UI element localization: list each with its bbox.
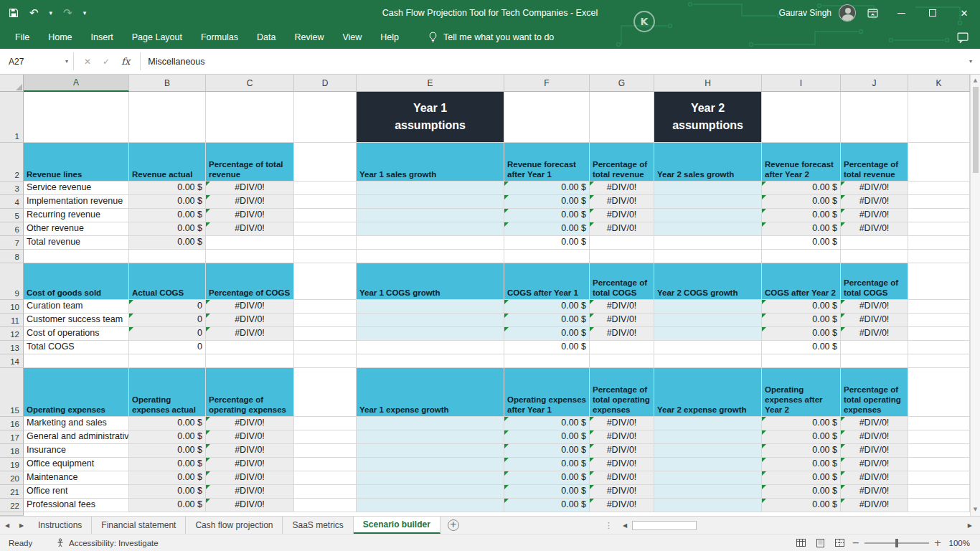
row-header-5[interactable]: 5 <box>0 209 24 222</box>
cell-E17[interactable] <box>357 430 504 444</box>
cell-E4[interactable] <box>357 195 504 209</box>
page-break-view-icon[interactable] <box>830 534 849 551</box>
cell-B13[interactable]: 0 <box>129 341 206 354</box>
zoom-slider[interactable] <box>864 542 929 544</box>
cell-F7[interactable]: 0.00 $ <box>504 236 590 250</box>
row-header-19[interactable]: 19 <box>0 458 24 471</box>
cell-G19[interactable]: #DIV/0! <box>590 458 654 471</box>
user-name[interactable]: Gaurav Singh <box>779 8 831 18</box>
cell-F8[interactable] <box>504 250 590 263</box>
cell-E5[interactable] <box>357 209 504 222</box>
cell-F6[interactable]: 0.00 $ <box>504 222 590 236</box>
cell-A18[interactable]: Insurance <box>24 444 129 458</box>
cell-A5[interactable]: Recurring revenue <box>24 209 129 222</box>
cell-C20[interactable]: #DIV/0! <box>206 471 294 485</box>
cell-C5[interactable]: #DIV/0! <box>206 209 294 222</box>
cell-D3[interactable] <box>294 182 357 195</box>
cell-I7[interactable]: 0.00 $ <box>762 236 841 250</box>
cell-D21[interactable] <box>294 485 357 499</box>
cell-A22[interactable]: Professional fees <box>24 499 129 512</box>
cell-C11[interactable]: #DIV/0! <box>206 314 294 327</box>
cell-K16[interactable] <box>908 417 970 430</box>
cell-D4[interactable] <box>294 195 357 209</box>
cell-H4[interactable] <box>654 195 762 209</box>
cell-J2[interactable]: Percentage of total revenue <box>841 143 908 182</box>
ribbon-tab-view[interactable]: View <box>333 27 371 48</box>
row-header-3[interactable]: 3 <box>0 182 24 195</box>
row-header-21[interactable]: 21 <box>0 485 24 499</box>
cell-B18[interactable]: 0.00 $ <box>129 444 206 458</box>
cell-C12[interactable]: #DIV/0! <box>206 327 294 341</box>
cell-D2[interactable] <box>294 143 357 182</box>
sheet-nav-left-icon[interactable]: ◀ <box>0 517 14 534</box>
cell-F5[interactable]: 0.00 $ <box>504 209 590 222</box>
column-header-G[interactable]: G <box>590 75 654 92</box>
user-avatar[interactable] <box>839 4 856 22</box>
cell-C19[interactable]: #DIV/0! <box>206 458 294 471</box>
ribbon-tab-help[interactable]: Help <box>371 27 408 48</box>
cell-K22[interactable] <box>908 499 970 512</box>
cell-A13[interactable]: Total COGS <box>24 341 129 354</box>
cell-E18[interactable] <box>357 444 504 458</box>
normal-view-icon[interactable] <box>791 534 811 551</box>
cell-G17[interactable]: #DIV/0! <box>590 430 654 444</box>
maximize-button[interactable] <box>917 0 948 26</box>
cell-G22[interactable]: #DIV/0! <box>590 499 654 512</box>
cell-H15[interactable]: Year 2 expense growth <box>654 368 762 417</box>
cell-J4[interactable]: #DIV/0! <box>841 195 908 209</box>
ribbon-display-options-icon[interactable] <box>867 8 878 19</box>
row-header-10[interactable]: 10 <box>0 300 24 314</box>
insert-function-icon[interactable]: fx <box>121 56 130 67</box>
cell-J18[interactable]: #DIV/0! <box>841 444 908 458</box>
cell-K18[interactable] <box>908 444 970 458</box>
column-header-E[interactable]: E <box>357 75 504 92</box>
save-icon[interactable] <box>9 8 19 18</box>
cell-I2[interactable]: Revenue forecast after Year 2 <box>762 143 841 182</box>
sheet-tab-scenario-builder[interactable]: Scenario builder <box>354 517 440 534</box>
cell-J8[interactable] <box>841 250 908 263</box>
cell-D18[interactable] <box>294 444 357 458</box>
ribbon-tab-home[interactable]: Home <box>39 27 81 48</box>
zoom-slider-thumb[interactable] <box>895 539 898 547</box>
column-header-D[interactable]: D <box>294 75 357 92</box>
cell-K20[interactable] <box>908 471 970 485</box>
column-header-I[interactable]: I <box>762 75 841 92</box>
row-header-1[interactable]: 1 <box>0 92 24 143</box>
cell-A2[interactable]: Revenue lines <box>24 143 129 182</box>
cell-A7[interactable]: Total revenue <box>24 236 129 250</box>
cell-D9[interactable] <box>294 263 357 300</box>
cell-B3[interactable]: 0.00 $ <box>129 182 206 195</box>
cell-J12[interactable]: #DIV/0! <box>841 327 908 341</box>
cell-J21[interactable]: #DIV/0! <box>841 485 908 499</box>
cell-C10[interactable]: #DIV/0! <box>206 300 294 314</box>
cell-I13[interactable]: 0.00 $ <box>762 341 841 354</box>
tab-splitter-icon[interactable]: ⋮ <box>600 517 618 534</box>
cell-K3[interactable] <box>908 182 970 195</box>
cell-H5[interactable] <box>654 209 762 222</box>
cell-D17[interactable] <box>294 430 357 444</box>
cell-E1[interactable]: Year 1 assumptions <box>357 92 504 143</box>
cell-G15[interactable]: Percentage of total operating expenses <box>590 368 654 417</box>
cell-H21[interactable] <box>654 485 762 499</box>
cell-J15[interactable]: Percentage of total operating expenses <box>841 368 908 417</box>
cell-F21[interactable]: 0.00 $ <box>504 485 590 499</box>
cell-C16[interactable]: #DIV/0! <box>206 417 294 430</box>
cell-E13[interactable] <box>357 341 504 354</box>
row-header-4[interactable]: 4 <box>0 195 24 209</box>
cell-F1[interactable] <box>504 92 590 143</box>
name-box-dropdown-icon[interactable]: ▾ <box>65 58 68 65</box>
redo-icon[interactable]: ↷ <box>63 8 72 19</box>
cell-K12[interactable] <box>908 327 970 341</box>
cell-C7[interactable] <box>206 236 294 250</box>
cell-A16[interactable]: Marketing and sales <box>24 417 129 430</box>
cell-F13[interactable]: 0.00 $ <box>504 341 590 354</box>
cell-K14[interactable] <box>908 354 970 368</box>
cell-B8[interactable] <box>129 250 206 263</box>
row-header-14[interactable]: 14 <box>0 354 24 368</box>
row-header-9[interactable]: 9 <box>0 263 24 300</box>
cell-H1[interactable]: Year 2 assumptions <box>654 92 762 143</box>
cell-E15[interactable]: Year 1 expense growth <box>357 368 504 417</box>
cell-E9[interactable]: Year 1 COGS growth <box>357 263 504 300</box>
cell-G13[interactable] <box>590 341 654 354</box>
cell-C17[interactable]: #DIV/0! <box>206 430 294 444</box>
